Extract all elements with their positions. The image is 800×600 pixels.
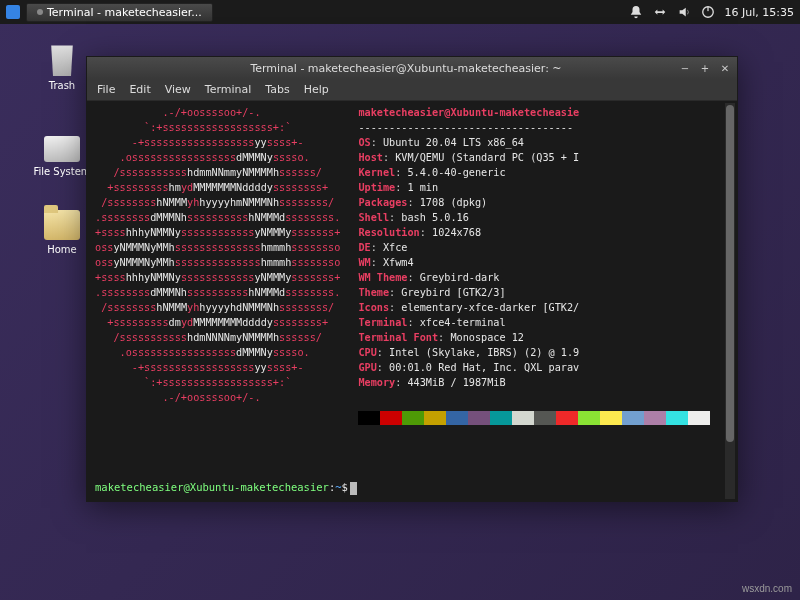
color-swatch	[380, 411, 402, 425]
color-swatch	[622, 411, 644, 425]
minimize-button[interactable]: −	[679, 62, 691, 74]
desktop-label: Home	[30, 244, 94, 255]
menu-help[interactable]: Help	[304, 83, 329, 96]
taskbar-title: Terminal - maketecheasier...	[47, 6, 202, 19]
color-swatch	[424, 411, 446, 425]
volume-icon[interactable]	[677, 5, 691, 19]
color-swatch	[468, 411, 490, 425]
desktop-label: File System	[30, 166, 94, 177]
menu-tabs[interactable]: Tabs	[265, 83, 289, 96]
terminal-window: Terminal - maketecheasier@Xubuntu-makete…	[86, 56, 738, 502]
system-info: maketecheasier@Xubuntu-maketecheasie ---…	[358, 105, 731, 497]
shell-prompt[interactable]: maketecheasier@Xubuntu-maketecheasier:~$	[95, 480, 721, 495]
notification-icon[interactable]	[629, 5, 643, 19]
window-title: Terminal - maketecheasier@Xubuntu-makete…	[250, 62, 561, 75]
close-button[interactable]: ✕	[719, 62, 731, 74]
color-swatch	[556, 411, 578, 425]
color-swatch	[644, 411, 666, 425]
svg-rect-1	[707, 7, 708, 11]
color-swatch	[358, 411, 380, 425]
top-panel: Terminal - maketecheasier... 16 Jul, 15:…	[0, 0, 800, 24]
color-swatch	[534, 411, 556, 425]
folder-icon	[44, 210, 80, 240]
menu-terminal[interactable]: Terminal	[205, 83, 252, 96]
power-icon[interactable]	[701, 5, 715, 19]
clock[interactable]: 16 Jul, 15:35	[725, 6, 794, 19]
menu-view[interactable]: View	[165, 83, 191, 96]
color-swatch	[600, 411, 622, 425]
watermark: wsxdn.com	[742, 583, 792, 594]
color-swatch	[402, 411, 424, 425]
terminal-app-icon	[37, 9, 43, 15]
color-swatch	[578, 411, 600, 425]
color-swatches	[358, 411, 731, 425]
terminal-body[interactable]: .-/+oossssoo+/-. `:+ssssssssssssssssss+:…	[87, 101, 737, 501]
desktop-filesystem[interactable]: File System	[30, 130, 94, 177]
color-swatch	[688, 411, 710, 425]
maximize-button[interactable]: +	[699, 62, 711, 74]
network-icon[interactable]	[653, 5, 667, 19]
scrollbar[interactable]	[725, 103, 735, 499]
trash-icon	[44, 40, 80, 76]
color-swatch	[666, 411, 688, 425]
color-swatch	[490, 411, 512, 425]
whisker-menu-icon[interactable]	[6, 5, 20, 19]
color-swatch	[446, 411, 468, 425]
desktop-label: Trash	[30, 80, 94, 91]
desktop-trash[interactable]: Trash	[30, 40, 94, 91]
cursor-icon	[350, 482, 357, 495]
color-swatch	[512, 411, 534, 425]
drive-icon	[44, 136, 80, 162]
desktop-home[interactable]: Home	[30, 210, 94, 255]
taskbar-terminal-button[interactable]: Terminal - maketecheasier...	[26, 3, 213, 22]
menu-file[interactable]: File	[97, 83, 115, 96]
ascii-logo: .-/+oossssoo+/-. `:+ssssssssssssssssss+:…	[95, 105, 340, 497]
titlebar[interactable]: Terminal - maketecheasier@Xubuntu-makete…	[87, 57, 737, 79]
scrollbar-thumb[interactable]	[726, 105, 734, 442]
menubar: File Edit View Terminal Tabs Help	[87, 79, 737, 101]
menu-edit[interactable]: Edit	[129, 83, 150, 96]
